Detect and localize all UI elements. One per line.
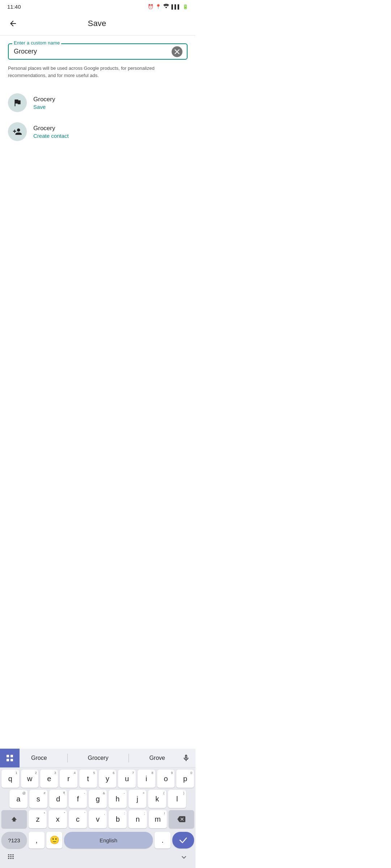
- save-item-subtitle: Save: [33, 104, 55, 110]
- custom-name-input-wrapper[interactable]: Enter a custom name: [8, 43, 188, 60]
- save-item-text: Grocery Save: [33, 96, 55, 110]
- input-label: Enter a custom name: [12, 40, 61, 46]
- wifi-icon: [163, 4, 169, 10]
- status-icons: ⏰ 📍 ▌▌▌ 🔋: [148, 4, 188, 10]
- create-contact-list-item[interactable]: Grocery Create contact: [8, 117, 188, 146]
- contact-item-title: Grocery: [33, 125, 69, 132]
- signal-icon: ▌▌▌: [171, 4, 181, 9]
- battery-icon: 🔋: [182, 4, 188, 9]
- helper-text: Personal places will be used across Goog…: [8, 65, 188, 79]
- flag-icon-container: [8, 93, 27, 112]
- contact-item-subtitle: Create contact: [33, 133, 69, 139]
- clear-button[interactable]: [172, 46, 182, 57]
- location-icon: 📍: [155, 4, 161, 9]
- add-person-icon-container: [8, 122, 27, 141]
- save-list-item[interactable]: Grocery Save: [8, 88, 188, 117]
- contact-item-text: Grocery Create contact: [33, 125, 69, 139]
- main-content: Enter a custom name Personal places will…: [0, 35, 196, 146]
- status-time: 11:40: [7, 4, 21, 10]
- custom-name-input[interactable]: [14, 46, 169, 55]
- back-button[interactable]: [6, 16, 20, 31]
- status-bar: 11:40 ⏰ 📍 ▌▌▌ 🔋: [0, 0, 196, 12]
- alarm-icon: ⏰: [148, 4, 154, 9]
- save-item-title: Grocery: [33, 96, 55, 103]
- top-bar: Save: [0, 12, 196, 35]
- page-title: Save: [20, 19, 174, 28]
